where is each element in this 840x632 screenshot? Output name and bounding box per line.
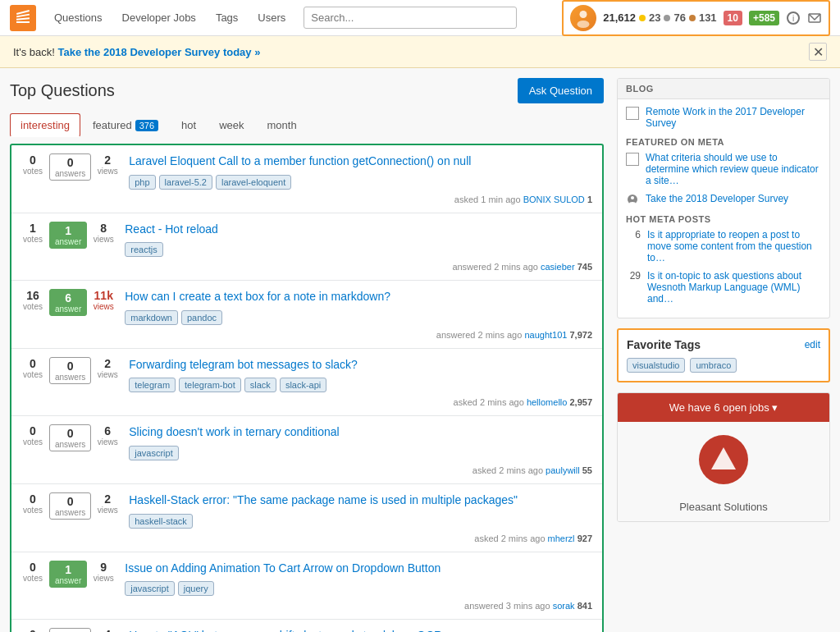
survey-banner: It's back! Take the 2018 Developer Surve… [0,36,840,68]
vote-value: 0 [30,153,36,167]
question-title[interactable]: Issue on Adding Animation To Cart Arrow … [125,561,592,577]
meta-text-1: What criteria should we use to determine… [646,152,821,186]
question-tag[interactable]: javascript [125,581,174,596]
question-tag[interactable]: laravel-eloquent [216,175,291,190]
question-title[interactable]: Laravel Eloquent Call to a member functi… [129,153,592,170]
tab-featured[interactable]: featured376 [82,113,169,137]
view-label: views [98,506,118,515]
notification-badge[interactable]: 10 [724,11,742,25]
tab-interesting[interactable]: interesting [10,113,80,137]
question-tag[interactable]: telegram [129,378,176,392]
question-tag[interactable]: jquery [178,581,214,596]
question-meta: asked 2 mins ago mherzl 927 [129,534,592,543]
answer-stat: 0 answers [49,424,91,451]
blog-text: Remote Work in the 2017 Developer Survey [646,106,821,129]
question-title[interactable]: Slicing doesn't work in ternary conditio… [129,424,592,441]
fav-tags-edit-link[interactable]: edit [805,339,820,350]
meta-icon-2 [626,193,639,206]
blog-card: BLOG Remote Work in the 2017 Developer S… [617,78,830,318]
question-body: Haskell-Stack error: "The same package n… [129,492,592,543]
fav-tag-visualstudio[interactable]: visualstudio [627,358,685,373]
view-stat: 6 views [96,424,119,447]
question-stats: 16 votes 6 answer 11k views [21,289,115,340]
avatar[interactable] [570,5,596,31]
question-item: 0 votes 0 answers 2 views Laravel Eloque… [11,145,602,213]
question-tag[interactable]: laravel-5.2 [159,175,212,190]
answer-value: 1 [65,563,71,576]
banner-close-button[interactable]: ✕ [809,43,827,61]
vote-stat: 16 votes [21,289,44,311]
inbox-icon[interactable] [807,11,822,25]
question-item: 0 votes 0 answers 2 views Forwarding tel… [11,349,602,417]
hot-meta-text-1[interactable]: Is it appropriate to reopen a post to mo… [647,229,821,263]
question-title[interactable]: React - Hot reload [125,222,592,238]
answer-label: answers [55,373,85,382]
search-input[interactable] [304,7,517,29]
question-tag[interactable]: javascript [129,446,178,460]
vote-label: votes [23,506,43,515]
question-user[interactable]: hellomello [527,397,568,407]
nav-tags[interactable]: Tags [208,7,246,29]
header: Questions Developer Jobs Tags Users 21,6… [0,0,840,36]
question-user[interactable]: BONIX SULOD [523,195,585,204]
svg-rect-1 [16,21,30,23]
question-user[interactable]: casieber [541,262,575,272]
nav-questions[interactable]: Questions [46,7,111,29]
question-title[interactable]: Forwarding telegram bot messages to slac… [129,357,592,373]
questions-list: 0 votes 0 answers 2 views Laravel Eloque… [10,144,604,632]
nav-developer-jobs[interactable]: Developer Jobs [114,7,204,29]
nav-users[interactable]: Users [249,7,294,29]
vote-stat: 0 votes [21,628,44,632]
view-value: 11k [94,289,113,302]
question-tag[interactable]: markdown [125,310,178,325]
ask-question-button[interactable]: Ask Question [518,78,604,103]
question-user[interactable]: mherzl [548,534,575,543]
site-logo[interactable] [10,5,36,31]
question-tags: markdownpandoc [125,310,592,325]
question-user[interactable]: naught101 [524,330,567,340]
question-tag[interactable]: php [129,175,155,190]
question-user[interactable]: sorak [553,601,575,611]
company-name: Pleasant Solutions [618,497,829,521]
meta-item-1[interactable]: What criteria should we use to determine… [626,152,821,186]
question-tags: javascript [129,446,592,460]
question-tag[interactable]: slack [244,378,276,392]
page-title: Top Questions [10,81,115,100]
question-title[interactable]: How can I create a text box for a note i… [125,289,592,305]
answer-value: 6 [65,291,71,305]
silver-count: 76 [673,11,685,24]
question-title[interactable]: How to "ACL" between openshift cluster a… [129,628,592,632]
job-banner[interactable]: We have 6 open jobs ▾ [618,393,829,422]
svg-point-11 [631,196,634,199]
question-stats: 0 votes 0 answers 6 views [21,424,119,475]
question-user[interactable]: paulywill [546,465,580,475]
question-stats: 0 votes 0 answers 2 views [21,153,119,204]
question-stats: 0 votes 0 answers 2 views [21,357,119,408]
reputation-score[interactable]: 21,612 23 76 131 [603,11,716,24]
question-tag[interactable]: slack-api [280,378,326,392]
question-tag[interactable]: haskell-stack [129,514,193,529]
fav-tags-header: Favorite Tags edit [627,338,820,351]
vote-stat: 0 votes [21,561,44,583]
question-title[interactable]: Haskell-Stack error: "The same package n… [129,492,592,509]
vote-value: 16 [26,289,39,302]
question-tags: reactjs [125,242,592,257]
question-tag[interactable]: pandoc [181,310,222,325]
reputation-badge[interactable]: +585 [749,11,779,25]
blog-item[interactable]: Remote Work in the 2017 Developer Survey [626,106,821,129]
question-tag[interactable]: telegram-bot [179,378,241,392]
question-body: Laravel Eloquent Call to a member functi… [129,153,592,204]
fav-tag-umbraco[interactable]: umbraco [690,358,737,373]
question-item: 0 votes 0 answers 2 views Haskell-Stack … [11,484,602,552]
hot-meta-text-2[interactable]: Is it on-topic to ask questions about We… [647,270,821,305]
survey-link[interactable]: Take the 2018 Developer Survey today » [58,46,261,58]
achievements-icon[interactable]: i [786,11,801,25]
silver-dot [664,15,670,21]
view-stat: 2 views [96,357,119,379]
question-tag[interactable]: reactjs [125,242,162,257]
reputation-value: 21,612 [603,11,636,24]
tab-month[interactable]: month [256,113,307,137]
tab-hot[interactable]: hot [171,113,207,137]
tab-week[interactable]: week [208,113,254,137]
meta-item-2[interactable]: Take the 2018 Developer Survey [626,193,821,206]
